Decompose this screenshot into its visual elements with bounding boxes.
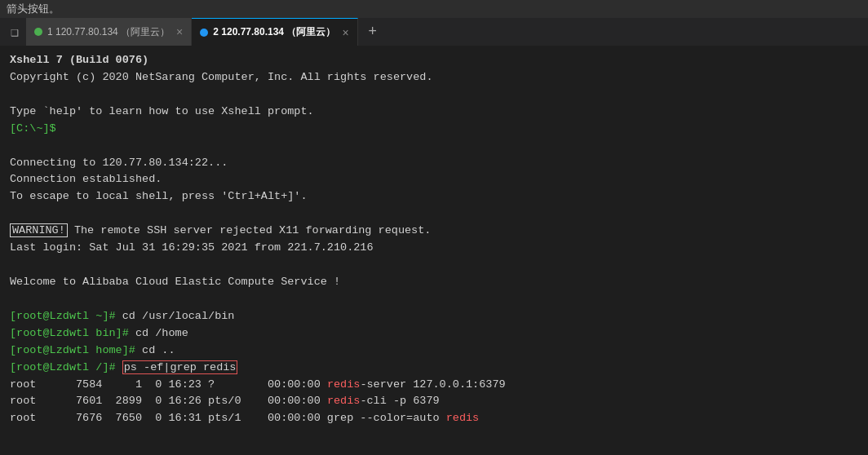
local-prompt-text: [C:\~]$	[10, 122, 56, 135]
blank3	[10, 205, 858, 223]
welcome-line: Welcome to Alibaba Cloud Elastic Compute…	[10, 274, 858, 291]
tab-1[interactable]: 1 120.77.80.134 （阿里云） ×	[26, 18, 192, 46]
copyright-line: Copyright (c) 2020 NetSarang Computer, I…	[10, 69, 858, 86]
tab2-close[interactable]: ×	[342, 26, 348, 39]
cmd-cd-bin: [root@Lzdwtl ~]# cd /usr/local/bin	[10, 308, 858, 325]
last-login-line: Last login: Sat Jul 31 16:29:35 2021 fro…	[10, 240, 858, 257]
new-tab-button[interactable]: +	[361, 20, 384, 43]
grep-redis-label: redis	[446, 412, 480, 424]
warning-box: WARNING!	[10, 223, 68, 237]
tab1-dot	[34, 28, 42, 36]
tab2-label: 2 120.77.80.134 （阿里云）	[213, 25, 335, 39]
connecting-line: Connecting to 120.77.80.134:22...	[10, 155, 858, 172]
terminal-area[interactable]: Xshell 7 (Build 0076) Copyright (c) 2020…	[0, 46, 868, 455]
cmd-highlight-box: ps -ef|grep redis	[122, 360, 238, 374]
top-hint-text: 箭头按钮。	[7, 2, 60, 16]
cmd-cd-home: [root@Lzdwtl bin]# cd /home	[10, 325, 858, 342]
prompt3: [root@Lzdwtl home]#	[10, 344, 135, 356]
tab-bar: ❑ 1 120.77.80.134 （阿里云） × 2 120.77.80.13…	[0, 18, 868, 46]
process-redis-server: root 7584 1 0 16:23 ? 00:00:00 redis-ser…	[10, 377, 858, 394]
blank5	[10, 291, 858, 308]
blank4	[10, 257, 858, 274]
process-grep-redis: root 7676 7650 0 16:31 pts/1 00:00:00 gr…	[10, 410, 858, 427]
warning-line: WARNING! The remote SSH server rejected …	[10, 223, 858, 240]
prompt1: [root@Lzdwtl ~]#	[10, 310, 116, 322]
window-icon: ❑	[11, 24, 19, 40]
prompt2: [root@Lzdwtl bin]#	[10, 327, 129, 339]
redis-server-label: redis	[327, 378, 361, 391]
redis-cli-label: redis	[327, 395, 361, 407]
tab-bar-icon: ❑	[3, 18, 26, 46]
process-redis-cli: root 7601 2899 0 16:26 pts/0 00:00:00 re…	[10, 393, 858, 410]
tab1-label: 1 120.77.80.134 （阿里云）	[47, 25, 170, 39]
help-line: Type `help' to learn how to use Xshell p…	[10, 104, 858, 121]
xshell-title: Xshell 7 (Build 0076)	[10, 52, 858, 69]
connection-established: Connection established.	[10, 171, 858, 188]
tab2-dot	[200, 29, 208, 37]
cmd-ps-grep: [root@Lzdwtl /]# ps -ef|grep redis	[10, 360, 858, 377]
blank1	[10, 86, 858, 104]
prompt4: [root@Lzdwtl /]#	[10, 361, 116, 373]
blank2	[10, 138, 858, 155]
cmd-cd-dotdot: [root@Lzdwtl home]# cd ..	[10, 342, 858, 360]
local-prompt: [C:\~]$	[10, 121, 858, 138]
tab1-close[interactable]: ×	[176, 25, 183, 38]
escape-hint: To escape to local shell, press 'Ctrl+Al…	[10, 188, 858, 205]
tab-2[interactable]: 2 120.77.80.134 （阿里云） ×	[192, 18, 357, 46]
top-hint-bar: 箭头按钮。	[0, 0, 868, 18]
